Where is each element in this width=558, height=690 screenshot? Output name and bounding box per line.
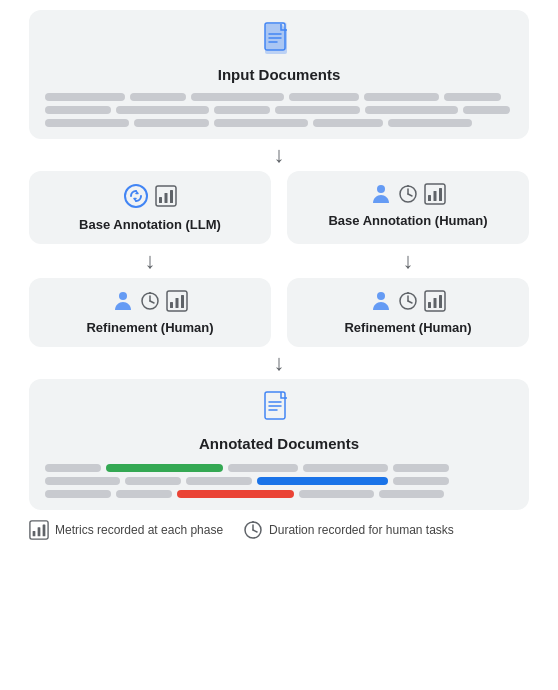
annotated-documents-title: Annotated Documents (199, 435, 359, 452)
legend-bar-icon (29, 520, 49, 540)
legend: Metrics recorded at each phase Duration … (29, 520, 529, 540)
svg-rect-9 (170, 190, 173, 203)
human-icons (370, 183, 446, 205)
svg-point-28 (377, 292, 385, 300)
refinement-left-card: Refinement (Human) (29, 278, 271, 347)
clock-icon-refine-right (398, 291, 418, 311)
cycle-icon (123, 183, 149, 209)
svg-rect-42 (33, 531, 36, 536)
svg-rect-8 (165, 193, 168, 203)
legend-metrics-label: Metrics recorded at each phase (55, 523, 223, 537)
input-documents-title: Input Documents (218, 66, 341, 83)
bar-chart-icon-refine-right (424, 290, 446, 312)
document-icon (263, 22, 295, 60)
llm-icons (123, 183, 177, 209)
legend-metrics: Metrics recorded at each phase (29, 520, 223, 540)
input-doc-lines (45, 93, 513, 127)
svg-line-13 (408, 194, 412, 196)
svg-point-5 (125, 185, 147, 207)
bar-chart-icon-refine-left (166, 290, 188, 312)
svg-point-19 (119, 292, 127, 300)
svg-point-32 (407, 292, 409, 294)
svg-line-47 (253, 530, 257, 532)
svg-point-48 (252, 521, 254, 523)
arrow-after-input: ↓ (274, 144, 285, 166)
base-annotation-human-title: Base Annotation (Human) (328, 213, 487, 228)
svg-rect-34 (428, 302, 431, 308)
base-annotation-llm-card: Base Annotation (LLM) (29, 171, 271, 244)
svg-rect-7 (159, 197, 162, 203)
refinement-row: Refinement (Human) (29, 278, 529, 347)
human-icon-base (370, 183, 392, 205)
human-icon-refine-right (370, 290, 392, 312)
arrow-to-annotated: ↓ (274, 352, 285, 374)
clock-icon-base-human (398, 184, 418, 204)
clock-icon-refine-left (140, 291, 160, 311)
base-annotation-human-card: Base Annotation (Human) (287, 171, 529, 244)
svg-rect-35 (434, 298, 437, 308)
svg-point-10 (377, 185, 385, 193)
svg-rect-27 (181, 295, 184, 308)
svg-rect-17 (434, 191, 437, 201)
refinement-left-title: Refinement (Human) (86, 320, 213, 335)
svg-rect-36 (439, 295, 442, 308)
refinement-right-title: Refinement (Human) (344, 320, 471, 335)
refinement-right-icons (370, 290, 446, 312)
svg-rect-44 (43, 525, 46, 537)
svg-rect-18 (439, 188, 442, 201)
annotated-doc-lines (45, 464, 513, 498)
legend-clock-icon (243, 520, 263, 540)
human-icon-refine-left (112, 290, 134, 312)
arrows-after-base: ↓ ↓ (29, 248, 529, 274)
bar-chart-icon-llm (155, 185, 177, 207)
annotated-document-icon (263, 391, 295, 429)
refinement-left-icons (112, 290, 188, 312)
bar-chart-icon-human-base (424, 183, 446, 205)
base-annotation-row: Base Annotation (LLM) (29, 171, 529, 244)
refinement-right-card: Refinement (Human) (287, 278, 529, 347)
base-annotation-llm-title: Base Annotation (LLM) (79, 217, 221, 232)
legend-duration-label: Duration recorded for human tasks (269, 523, 454, 537)
arrow-llm: ↓ (29, 248, 271, 274)
flow-diagram: Input Documents (16, 10, 542, 540)
svg-rect-43 (38, 527, 41, 536)
annotated-documents-card: Annotated Documents (29, 379, 529, 510)
input-documents-card: Input Documents (29, 10, 529, 139)
arrow-human: ↓ (287, 248, 529, 274)
legend-duration: Duration recorded for human tasks (243, 520, 454, 540)
svg-point-23 (149, 292, 151, 294)
svg-rect-26 (176, 298, 179, 308)
svg-rect-25 (170, 302, 173, 308)
svg-point-14 (407, 185, 409, 187)
svg-line-22 (150, 301, 154, 303)
svg-line-31 (408, 301, 412, 303)
svg-rect-16 (428, 195, 431, 201)
